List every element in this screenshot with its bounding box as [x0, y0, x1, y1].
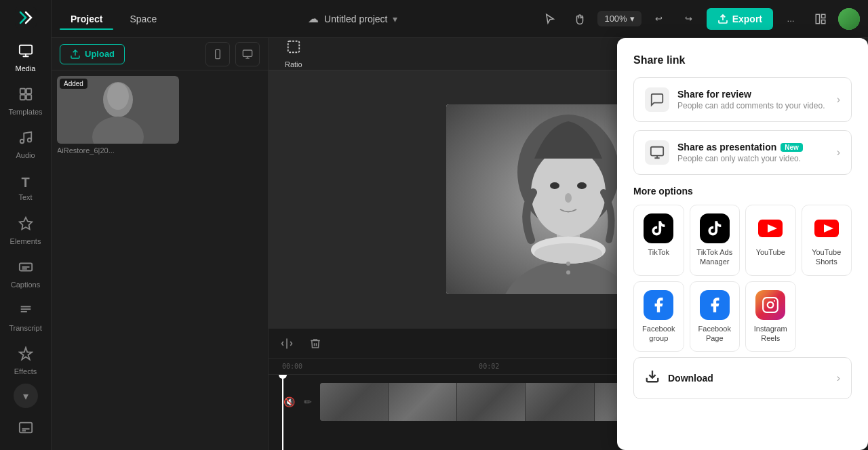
layout-btn[interactable] [808, 7, 833, 31]
share-review-title: Share for review [677, 89, 829, 100]
download-icon [645, 369, 660, 388]
sidebar-item-captions[interactable]: Captions [4, 254, 47, 295]
timeline-playhead[interactable] [282, 375, 283, 450]
share-as-presentation-card[interactable]: Share as presentation New People can onl… [633, 130, 852, 175]
share-panel: Share link Share for review People can a… [617, 38, 868, 450]
templates-icon [18, 87, 33, 105]
sidebar-item-elements[interactable]: Elements [4, 211, 47, 251]
platform-placeholder [802, 281, 852, 352]
track-thumb-2 [389, 383, 456, 421]
sidebar-item-label-captions: Captions [11, 281, 40, 289]
platform-instagram-reels[interactable]: Instagram Reels [745, 281, 796, 352]
tiktok-ads-icon [700, 213, 730, 243]
timeline-split-btn[interactable] [277, 333, 297, 354]
tab-project[interactable]: Project [60, 9, 113, 28]
svg-rect-18 [816, 14, 819, 24]
zoom-chevron-icon: ▾ [630, 14, 635, 24]
sidebar-item-label-audio: Audio [16, 151, 35, 159]
media-item[interactable]: Added AiRestore_6|20... [57, 76, 179, 155]
text-icon: T [21, 175, 29, 190]
sidebar-item-audio[interactable]: Audio [4, 124, 47, 165]
platform-grid-row2: Facebook group Facebook Page [633, 281, 852, 352]
track-edit-btn[interactable]: ✏ [300, 394, 315, 410]
platform-facebook-page[interactable]: Facebook Page [690, 281, 741, 352]
project-title[interactable]: Untitled project [324, 14, 387, 24]
sidebar: Media Templates Audio T Text Elements Ca… [0, 0, 52, 450]
more-options-btn[interactable]: ... [778, 7, 803, 31]
share-for-review-card[interactable]: Share for review People can add comments… [633, 77, 852, 122]
redo-btn[interactable]: ↪ [677, 7, 701, 31]
export-label: Export [732, 14, 762, 24]
sidebar-item-transcript[interactable]: Transcript [4, 297, 47, 338]
platform-facebook-group[interactable]: Facebook group [633, 281, 684, 352]
platform-tiktok-ads-label: TikTok Ads Manager [696, 247, 734, 267]
export-button[interactable]: Export [707, 8, 773, 30]
sidebar-item-text[interactable]: T Text [4, 167, 47, 208]
platform-tiktok-ads[interactable]: TikTok Ads Manager [690, 205, 741, 276]
svg-rect-19 [822, 14, 825, 18]
upload-button[interactable]: Upload [60, 44, 125, 64]
sidebar-collapse-btn[interactable]: ▾ [14, 384, 38, 408]
elements-icon [18, 216, 33, 234]
platform-youtube-shorts-label: YouTube Shorts [808, 247, 846, 267]
effects-icon [18, 346, 33, 365]
svg-rect-23 [243, 50, 252, 56]
youtube-shorts-icon [812, 213, 842, 243]
download-card[interactable]: Download › [633, 357, 852, 399]
svg-point-37 [566, 270, 570, 274]
app-logo[interactable] [14, 5, 38, 30]
share-presentation-icon [645, 140, 669, 165]
ratio-button[interactable]: Ratio [277, 35, 311, 73]
left-panel: Upload [52, 38, 269, 450]
sidebar-item-templates[interactable]: Templates [4, 81, 47, 122]
share-review-chevron-icon: › [837, 94, 840, 106]
select-tool-btn[interactable] [538, 7, 562, 31]
sidebar-item-label-elements: Elements [10, 237, 41, 245]
svg-point-40 [550, 182, 559, 189]
undo-btn[interactable]: ↩ [647, 7, 671, 31]
sidebar-item-media[interactable]: Media [4, 38, 47, 79]
editor-area: Upload [52, 38, 868, 450]
media-icon [18, 43, 33, 62]
sidebar-item-effects[interactable]: Effects [4, 340, 47, 381]
avatar[interactable] [838, 8, 860, 30]
timeline-delete-btn[interactable] [305, 333, 326, 354]
zoom-control[interactable]: 100% ▾ [597, 11, 641, 26]
tab-space[interactable]: Space [119, 9, 167, 28]
platform-youtube[interactable]: YouTube [745, 205, 796, 276]
ratio-icon [286, 39, 301, 58]
upload-label: Upload [85, 49, 115, 59]
topbar: Project Space ☁ Untitled project ▾ 100% … [52, 0, 868, 38]
zoom-value: 100% [604, 14, 627, 24]
track-controls: 🔇 ✏ [282, 394, 315, 410]
share-presentation-subtitle: People can only watch your video. [677, 154, 829, 163]
svg-rect-2 [20, 89, 24, 94]
main-area: Project Space ☁ Untitled project ▾ 100% … [52, 0, 868, 450]
dropdown-chevron-icon[interactable]: ▾ [393, 14, 397, 24]
youtube-icon [755, 213, 785, 243]
hand-tool-btn[interactable] [568, 7, 592, 31]
svg-rect-1 [19, 45, 31, 54]
transcript-icon [18, 303, 33, 321]
screen-btn[interactable] [235, 42, 260, 66]
svg-rect-3 [26, 89, 31, 94]
cloud-icon: ☁ [308, 12, 319, 25]
svg-point-36 [566, 262, 570, 266]
sidebar-subtitles-btn[interactable] [4, 411, 47, 445]
media-grid: Added AiRestore_6|20... [52, 70, 268, 450]
download-chevron-icon: › [837, 372, 840, 384]
track-thumb-1 [320, 383, 388, 421]
canvas-area: Ratio [269, 38, 868, 450]
track-thumb-4 [526, 383, 593, 421]
svg-rect-49 [763, 298, 778, 312]
new-badge: New [781, 143, 803, 152]
svg-point-35 [534, 243, 602, 264]
ratio-label: Ratio [285, 60, 302, 68]
track-volume-btn[interactable]: 🔇 [282, 394, 296, 410]
more-options-title: More options [633, 186, 852, 197]
platform-youtube-shorts[interactable]: YouTube Shorts [802, 205, 852, 276]
playhead-handle[interactable] [279, 375, 287, 379]
instagram-reels-icon [755, 290, 785, 320]
platform-tiktok[interactable]: TikTok [633, 205, 684, 276]
phone-portrait-btn[interactable] [205, 42, 230, 66]
